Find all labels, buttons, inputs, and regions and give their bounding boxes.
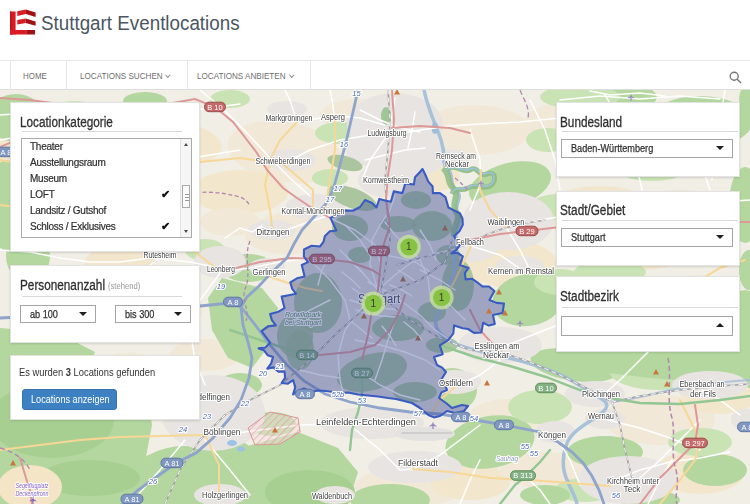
svg-text:Holzgerlingen: Holzgerlingen xyxy=(202,490,248,500)
svg-text:Böblingen: Böblingen xyxy=(204,427,241,437)
svg-text:der Fils: der Fils xyxy=(690,389,716,399)
svg-text:Markgröningen: Markgröningen xyxy=(266,113,313,123)
svg-text:A 8: A 8 xyxy=(456,413,467,422)
svg-text:Gerlingen: Gerlingen xyxy=(253,267,286,277)
svg-text:23: 23 xyxy=(202,412,212,421)
svg-text:A 8: A 8 xyxy=(300,390,311,399)
svg-text:22: 22 xyxy=(240,399,250,408)
svg-text:Wernau: Wernau xyxy=(588,411,614,421)
svg-text:Ostfildern: Ostfildern xyxy=(439,378,473,388)
svg-text:Ludwigsburg: Ludwigsburg xyxy=(368,128,407,138)
svg-text:A 81: A 81 xyxy=(164,459,179,468)
svg-text:16: 16 xyxy=(340,140,349,149)
svg-text:20: 20 xyxy=(258,369,268,378)
svg-text:57: 57 xyxy=(414,409,423,418)
svg-text:55: 55 xyxy=(521,442,530,451)
svg-text:Leinfelden-Echterdingen: Leinfelden-Echterdingen xyxy=(316,417,416,427)
svg-text:1: 1 xyxy=(439,292,445,303)
svg-text:Plochingen: Plochingen xyxy=(582,389,620,399)
svg-text:B 10: B 10 xyxy=(538,384,553,393)
svg-text:B 29: B 29 xyxy=(519,227,534,236)
svg-text:Kernen im Remstal: Kernen im Remstal xyxy=(488,266,554,276)
svg-text:Deckenpfronn: Deckenpfronn xyxy=(16,489,49,498)
svg-text:Leonberg: Leonberg xyxy=(207,264,235,274)
svg-text:56: 56 xyxy=(612,491,621,500)
svg-text:19: 19 xyxy=(217,282,226,291)
svg-text:1: 1 xyxy=(371,298,377,309)
svg-text:Asperg: Asperg xyxy=(321,112,345,122)
svg-text:55: 55 xyxy=(530,449,539,458)
svg-text:Filderstadt: Filderstadt xyxy=(398,458,439,468)
svg-text:Ditzingen: Ditzingen xyxy=(257,227,290,237)
svg-text:A 8: A 8 xyxy=(499,421,510,430)
svg-text:Sauhag: Sauhag xyxy=(496,454,518,463)
svg-text:A 8: A 8 xyxy=(228,298,239,307)
svg-text:1: 1 xyxy=(406,241,412,252)
svg-text:B 313: B 313 xyxy=(513,471,533,480)
svg-text:17: 17 xyxy=(334,184,343,193)
svg-text:Köngen: Köngen xyxy=(538,430,566,440)
svg-text:Teck: Teck xyxy=(624,484,642,494)
svg-text:B 297: B 297 xyxy=(685,439,705,448)
svg-text:26: 26 xyxy=(148,477,158,486)
svg-text:Neckar: Neckar xyxy=(483,350,509,360)
svg-text:52b: 52b xyxy=(332,390,345,399)
svg-text:Korntal-Münchingen: Korntal-Münchingen xyxy=(282,206,345,216)
svg-text:B 10: B 10 xyxy=(207,103,222,112)
svg-text:Neckar: Neckar xyxy=(445,159,469,169)
svg-text:17: 17 xyxy=(326,195,335,204)
svg-text:Waldenbuch: Waldenbuch xyxy=(312,491,352,501)
svg-text:A 81: A 81 xyxy=(124,495,139,504)
svg-text:Schwieberdingen: Schwieberdingen xyxy=(256,156,311,166)
svg-text:54: 54 xyxy=(470,414,478,423)
svg-text:53: 53 xyxy=(358,396,367,405)
svg-text:Fellbach: Fellbach xyxy=(456,237,484,247)
svg-text:Waiblingen: Waiblingen xyxy=(488,217,525,227)
svg-text:A 8: A 8 xyxy=(742,423,750,432)
svg-text:Ebersbach an: Ebersbach an xyxy=(680,379,725,389)
svg-text:15: 15 xyxy=(352,90,361,98)
svg-text:21: 21 xyxy=(275,362,284,371)
svg-text:Kornwestheim: Kornwestheim xyxy=(363,175,409,185)
svg-text:24: 24 xyxy=(178,425,187,434)
